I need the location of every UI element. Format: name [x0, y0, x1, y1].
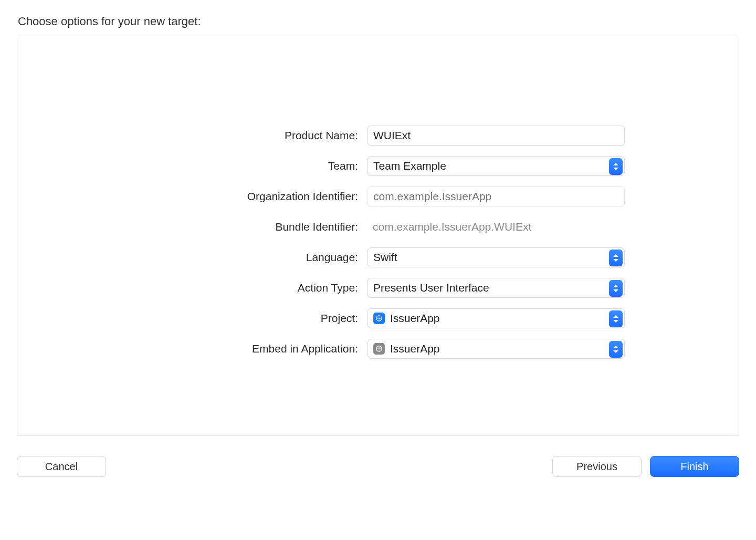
- label-team: Team:: [121, 160, 368, 172]
- sheet-title: Choose options for your new target:: [18, 15, 739, 28]
- project-popup-value: IssuerApp: [390, 312, 440, 325]
- label-embed: Embed in Application:: [121, 342, 368, 355]
- row-action-type: Action Type: Presents User Interface: [121, 273, 635, 303]
- team-popup[interactable]: Team Example: [368, 156, 625, 176]
- cancel-button[interactable]: Cancel: [17, 456, 106, 477]
- language-popup-value: Swift: [373, 251, 397, 264]
- row-project: Project: IssuerApp: [121, 303, 635, 334]
- label-bundle-identifier: Bundle Identifier:: [121, 221, 368, 233]
- options-panel: Product Name: Team: Team Example Organiz…: [17, 36, 739, 436]
- label-org-identifier: Organization Identifier:: [121, 190, 368, 203]
- updown-icon: [609, 280, 623, 297]
- updown-icon: [609, 250, 623, 266]
- embed-popup-value: IssuerApp: [390, 342, 440, 355]
- updown-icon: [609, 341, 623, 358]
- row-org-identifier: Organization Identifier:: [121, 181, 635, 212]
- embed-popup[interactable]: IssuerApp: [368, 339, 625, 359]
- label-product-name: Product Name:: [121, 129, 368, 142]
- language-popup[interactable]: Swift: [368, 247, 625, 267]
- project-popup[interactable]: IssuerApp: [368, 308, 625, 328]
- bundle-identifier-value: com.example.IssuerApp.WUIExt: [368, 221, 635, 233]
- row-product-name: Product Name:: [121, 120, 635, 151]
- label-language: Language:: [121, 251, 368, 264]
- xcode-project-icon: [373, 313, 385, 324]
- updown-icon: [609, 158, 623, 175]
- updown-icon: [609, 310, 623, 327]
- product-name-field[interactable]: [368, 126, 625, 146]
- label-action-type: Action Type:: [121, 282, 368, 294]
- footer: Cancel Previous Finish: [17, 456, 739, 477]
- row-embed: Embed in Application: IssuerApp: [121, 334, 635, 364]
- previous-button[interactable]: Previous: [552, 456, 642, 477]
- action-type-popup-value: Presents User Interface: [373, 282, 489, 294]
- org-identifier-field: [368, 186, 625, 206]
- row-language: Language: Swift: [121, 242, 635, 273]
- new-target-options-sheet: Choose options for your new target: Prod…: [0, 0, 756, 493]
- app-icon: [373, 343, 385, 355]
- row-bundle-identifier: Bundle Identifier: com.example.IssuerApp…: [121, 212, 635, 242]
- label-project: Project:: [121, 312, 368, 325]
- row-team: Team: Team Example: [121, 151, 635, 181]
- action-type-popup[interactable]: Presents User Interface: [368, 278, 625, 298]
- team-popup-value: Team Example: [373, 160, 446, 172]
- form: Product Name: Team: Team Example Organiz…: [121, 120, 635, 364]
- finish-button[interactable]: Finish: [650, 456, 739, 477]
